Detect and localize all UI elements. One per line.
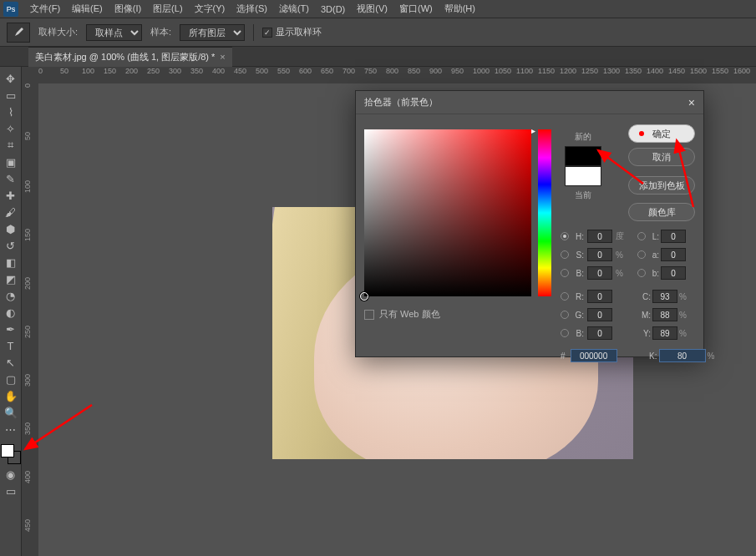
shape-tool-icon[interactable]: ▢ (1, 371, 21, 387)
gradient-tool-icon[interactable]: ◩ (1, 270, 21, 287)
radio-r[interactable] (561, 292, 569, 301)
menu-layer[interactable]: 图层(L) (148, 1, 187, 17)
color-picker-dialog: 拾色器（前景色） × ▸ 新的 当前 确定 取消 添加到色板 颜色库 只有 We… (355, 90, 704, 357)
input-a[interactable] (661, 248, 686, 261)
menu-3d[interactable]: 3D(D) (316, 3, 350, 16)
tab-title: 美白素材.jpg @ 100% (曲线 1, 图层蒙版/8) * (35, 51, 215, 63)
annotation-dot (639, 131, 644, 136)
hex-label: # (561, 351, 566, 361)
menu-window[interactable]: 窗口(W) (394, 1, 438, 17)
input-s[interactable] (587, 248, 612, 261)
show-ring-checkbox[interactable]: ✓ 显示取样环 (262, 26, 322, 38)
current-color-label: 当前 (565, 190, 601, 201)
wand-tool-icon[interactable]: ✧ (1, 120, 21, 137)
input-h[interactable] (587, 230, 612, 243)
radio-h[interactable] (561, 232, 569, 240)
edit-toolbar-icon[interactable]: ⋯ (1, 421, 21, 437)
color-swatches[interactable] (1, 444, 21, 466)
saturation-value-box[interactable] (364, 129, 531, 296)
current-color-swatch (565, 166, 601, 186)
type-tool-icon[interactable]: T (1, 337, 21, 354)
menu-file[interactable]: 文件(F) (25, 1, 65, 17)
dodge-tool-icon[interactable]: ◐ (1, 304, 21, 321)
dialog-title: 拾色器（前景色） (364, 96, 438, 109)
blur-tool-icon[interactable]: ◔ (1, 287, 21, 304)
menu-edit[interactable]: 编辑(E) (67, 1, 108, 17)
marquee-tool-icon[interactable]: ▭ (1, 87, 21, 104)
radio-bc[interactable] (561, 329, 569, 337)
foreground-color-swatch[interactable] (1, 444, 14, 457)
stamp-tool-icon[interactable]: ⬢ (1, 220, 21, 237)
tools-panel: ✥ ▭ ⌇ ✧ ⌗ ▣ ✎ ✚ 🖌 ⬢ ↺ ◧ ◩ ◔ ◐ ✒ T ↖ ▢ ✋ … (0, 67, 22, 556)
web-colors-label: 只有 Web 颜色 (379, 308, 440, 321)
radio-l[interactable] (637, 232, 646, 240)
brush-tool-icon[interactable]: 🖌 (1, 204, 21, 220)
document-tab-bar: 美白素材.jpg @ 100% (曲线 1, 图层蒙版/8) * × (0, 47, 756, 67)
menu-select[interactable]: 选择(S) (231, 1, 272, 17)
input-m[interactable] (652, 308, 677, 321)
input-y[interactable] (652, 326, 677, 340)
document-tab[interactable]: 美白素材.jpg @ 100% (曲线 1, 图层蒙版/8) * × (28, 47, 232, 67)
tab-close-icon[interactable]: × (220, 52, 225, 62)
menu-help[interactable]: 帮助(H) (439, 1, 480, 17)
show-ring-label: 显示取样环 (276, 26, 322, 38)
input-g[interactable] (587, 308, 612, 321)
ok-button[interactable]: 确定 (628, 124, 695, 143)
dialog-close-icon[interactable]: × (688, 96, 695, 109)
radio-g[interactable] (561, 311, 569, 319)
new-color-label: 新的 (565, 131, 601, 143)
color-fields: H: 度 L: S: % a: B: % b: R: (561, 227, 693, 362)
radio-b[interactable] (561, 269, 569, 277)
input-bb[interactable] (661, 266, 686, 280)
eyedropper-icon[interactable] (7, 23, 30, 43)
zoom-tool-icon[interactable]: 🔍 (1, 404, 21, 421)
radio-bb[interactable] (637, 269, 646, 277)
radio-s[interactable] (561, 250, 569, 259)
menu-image[interactable]: 图像(I) (109, 1, 146, 17)
sample-label: 样本: (150, 26, 171, 38)
hand-tool-icon[interactable]: ✋ (1, 387, 21, 404)
new-color-swatch (565, 146, 601, 166)
menu-bar: Ps 文件(F) 编辑(E) 图像(I) 图层(L) 文字(Y) 选择(S) 滤… (0, 0, 756, 18)
color-libraries-button[interactable]: 颜色库 (628, 203, 695, 221)
sv-marker-icon[interactable] (360, 292, 368, 301)
app-logo-ps: Ps (3, 2, 18, 17)
options-bar: 取样大小: 取样点 样本: 所有图层 ✓ 显示取样环 (0, 18, 756, 47)
web-colors-checkbox[interactable]: 只有 Web 颜色 (364, 308, 440, 321)
menu-view[interactable]: 视图(V) (352, 1, 393, 17)
input-r[interactable] (587, 290, 612, 303)
input-c[interactable] (652, 290, 677, 303)
radio-a[interactable] (637, 250, 646, 259)
path-tool-icon[interactable]: ↖ (1, 354, 21, 371)
quickmask-icon[interactable]: ◉ (1, 466, 21, 483)
sample-select[interactable]: 所有图层 (180, 24, 245, 41)
sample-size-label: 取样大小: (38, 26, 78, 38)
pen-tool-icon[interactable]: ✒ (1, 321, 21, 337)
input-hex[interactable] (571, 349, 617, 362)
frame-tool-icon[interactable]: ▣ (1, 154, 21, 170)
crop-tool-icon[interactable]: ⌗ (1, 137, 21, 154)
dialog-titlebar[interactable]: 拾色器（前景色） × (356, 91, 703, 114)
add-to-swatches-button[interactable]: 添加到色板 (628, 176, 695, 195)
heal-tool-icon[interactable]: ✚ (1, 187, 21, 204)
input-b[interactable] (587, 266, 612, 280)
vertical-ruler: 0501001502002503003504004505005506006507… (22, 83, 38, 556)
sample-size-select[interactable]: 取样点 (86, 24, 142, 41)
input-bc[interactable] (587, 326, 612, 340)
eyedropper-tool-icon[interactable]: ✎ (1, 170, 21, 187)
lasso-tool-icon[interactable]: ⌇ (1, 104, 21, 120)
move-tool-icon[interactable]: ✥ (1, 70, 21, 87)
hue-slider[interactable]: ▸ (538, 129, 551, 296)
history-brush-icon[interactable]: ↺ (1, 237, 21, 254)
eraser-tool-icon[interactable]: ◧ (1, 254, 21, 270)
hue-marker-icon[interactable]: ▸ (531, 126, 535, 135)
color-preview: 新的 当前 (565, 131, 601, 205)
input-k[interactable] (659, 349, 706, 362)
cancel-button[interactable]: 取消 (628, 148, 695, 166)
input-l[interactable] (661, 230, 686, 243)
menu-filter[interactable]: 滤镜(T) (274, 1, 314, 17)
screenmode-icon[interactable]: ▭ (1, 483, 21, 499)
menu-type[interactable]: 文字(Y) (190, 1, 231, 17)
horizontal-ruler: 0501001502002503003504004505005506006507… (22, 67, 756, 83)
